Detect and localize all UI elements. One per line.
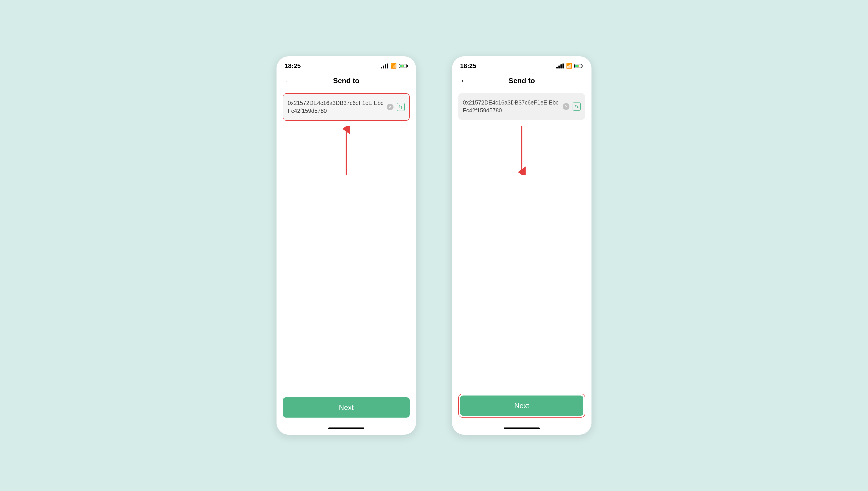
next-button-container-2: Next <box>458 394 585 417</box>
content-area-2: 0x21572DE4c16a3DB37c6eF1eE EbcFc42f159d5… <box>452 90 591 424</box>
signal-icon-2 <box>556 63 564 68</box>
nav-bar-1: ← Send to <box>277 71 416 90</box>
nav-bar-2: ← Send to <box>452 71 591 90</box>
phone-screen-2: 18:25 📶 ⚡ ← Send to 0x21572DE4c16a3DB37c… <box>452 56 591 435</box>
next-button-wrapper-1: Next <box>283 397 410 417</box>
phone-screen-1: 18:25 📶 ⚡ ← Send to 0x21572DE4c16a3DB37c… <box>277 56 416 435</box>
status-icons-1: 📶 ⚡ <box>381 63 408 69</box>
home-indicator-1 <box>277 424 416 435</box>
input-icons-2: ✕ <box>563 103 581 111</box>
nav-title-2: Send to <box>508 77 535 85</box>
home-bar-1 <box>328 428 364 429</box>
arrow-annotation-down <box>517 126 526 175</box>
address-text-1: 0x21572DE4c16a3DB37c6eF1eE EbcFc42f159d5… <box>288 99 384 115</box>
wifi-icon-1: 📶 <box>391 63 397 69</box>
address-input-box-1[interactable]: 0x21572DE4c16a3DB37c6eF1eE EbcFc42f159d5… <box>283 93 410 121</box>
address-text-2: 0x21572DE4c16a3DB37c6eF1eE EbcFc42f159d5… <box>463 99 560 114</box>
nav-title-1: Send to <box>333 77 359 85</box>
battery-icon-1: ⚡ <box>399 64 408 68</box>
next-button-wrapper-2: Next <box>458 394 585 417</box>
swap-icon-1[interactable] <box>397 103 405 111</box>
status-bar-2: 18:25 📶 ⚡ <box>452 56 591 71</box>
swap-icon-2[interactable] <box>572 103 581 111</box>
next-button-container-1: Next <box>283 397 410 417</box>
status-bar-1: 18:25 📶 ⚡ <box>277 56 416 71</box>
status-time-2: 18:25 <box>460 62 476 69</box>
signal-icon-1 <box>381 63 388 68</box>
status-time-1: 18:25 <box>285 62 301 69</box>
back-button-2[interactable]: ← <box>460 77 467 85</box>
wifi-icon-2: 📶 <box>566 63 572 69</box>
input-icons-1: ✕ <box>387 103 405 111</box>
status-icons-2: 📶 ⚡ <box>556 63 583 69</box>
home-bar-2 <box>504 428 540 429</box>
clear-icon-1[interactable]: ✕ <box>387 104 394 110</box>
home-indicator-2 <box>452 424 591 435</box>
content-area-1: 0x21572DE4c16a3DB37c6eF1eE EbcFc42f159d5… <box>277 90 416 424</box>
next-button-2[interactable]: Next <box>460 396 583 416</box>
back-button-1[interactable]: ← <box>285 77 292 85</box>
clear-icon-2[interactable]: ✕ <box>563 103 569 110</box>
arrow-annotation-up <box>342 126 351 175</box>
battery-icon-2: ⚡ <box>575 64 583 68</box>
address-input-box-2[interactable]: 0x21572DE4c16a3DB37c6eF1eE EbcFc42f159d5… <box>458 93 585 120</box>
next-button-1[interactable]: Next <box>283 397 410 417</box>
